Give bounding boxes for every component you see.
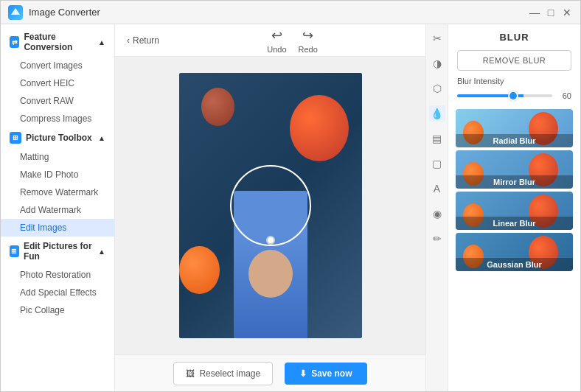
undo-button[interactable]: ↩ Undo	[267, 27, 286, 54]
window-title: Image Converter	[29, 7, 100, 18]
linear-blur-label: Linear Blur	[456, 217, 573, 230]
sidebar-item-convert-raw[interactable]: Convert RAW	[1, 92, 114, 110]
redo-label: Redo	[299, 45, 318, 54]
redo-button[interactable]: ↪ Redo	[299, 27, 318, 54]
image-icon[interactable]: ▤	[429, 130, 445, 147]
brush-icon[interactable]: ✏	[429, 231, 445, 247]
reselect-label: Reselect image	[199, 368, 260, 379]
undo-icon: ↩	[271, 27, 282, 43]
sidebar-item-edit-images[interactable]: Edit Images	[1, 219, 114, 237]
sidebar-item-convert-images[interactable]: Convert Images	[1, 57, 114, 74]
app-icon	[8, 5, 23, 20]
edit-pictures-label: Edit Pictures for Fun	[24, 241, 94, 262]
content-area: ‹ Return ↩ Undo ↪ Redo	[115, 24, 425, 391]
person-silhouette	[234, 191, 307, 338]
titlebar-left: Image Converter	[8, 5, 100, 20]
svg-marker-0	[11, 8, 20, 15]
blur-intensity-value: 60	[557, 91, 571, 100]
toolbar: ‹ Return ↩ Undo ↪ Redo	[115, 24, 425, 57]
titlebar: Image Converter ― □ ✕	[1, 1, 580, 24]
sidebar: ⇄ Feature Conversion ▲ Convert Images Co…	[1, 24, 115, 391]
save-button[interactable]: ⬇ Save now	[285, 363, 366, 385]
blur-intensity-slider[interactable]	[457, 94, 552, 97]
gaussian-blur-label: Gaussian Blur	[456, 258, 573, 271]
sidebar-item-convert-heic[interactable]: Convert HEIC	[1, 74, 114, 92]
save-label: Save now	[311, 368, 352, 379]
panel-title: BLUR	[448, 24, 580, 47]
feature-conversion-chevron: ▲	[98, 38, 105, 46]
mirror-blur-label: Mirror Blur	[456, 175, 573, 189]
balloon-2	[179, 246, 220, 294]
feature-conversion-icon: ⇄	[10, 36, 19, 48]
save-icon: ⬇	[299, 368, 307, 379]
return-label: Return	[133, 35, 159, 46]
blur-intensity-label: Blur Intensity	[457, 77, 504, 85]
sidebar-item-add-special-effects[interactable]: Add Special Effects	[1, 284, 114, 301]
balloon-3	[201, 88, 234, 126]
sidebar-section-picture-toolbox[interactable]: ⊞ Picture Toolbox ▲	[1, 127, 114, 148]
radial-blur-label: Radial Blur	[456, 134, 573, 147]
mirror-blur-option[interactable]: Mirror Blur	[456, 150, 573, 189]
gaussian-blur-option[interactable]: Gaussian Blur	[456, 233, 573, 271]
right-toolbar: ✂ ◑ ⬡ 💧 ▤ ▢ A ◉ ✏	[425, 24, 448, 391]
window-controls: ― □ ✕	[529, 7, 573, 18]
undo-redo-group: ↩ Undo ↪ Redo	[267, 27, 318, 54]
sidebar-item-matting[interactable]: Matting	[1, 148, 114, 166]
main-layout: ⇄ Feature Conversion ▲ Convert Images Co…	[1, 24, 580, 391]
water-drop-icon[interactable]: 💧	[429, 105, 445, 122]
main-window: Image Converter ― □ ✕ ⇄ Feature Conversi…	[0, 0, 581, 392]
sidebar-section-edit-pictures[interactable]: ⊞ Edit Pictures for Fun ▲	[1, 237, 114, 266]
crop-icon[interactable]: ✂	[429, 30, 445, 46]
edit-pictures-chevron: ▲	[98, 248, 105, 256]
balloon-1	[290, 95, 349, 161]
canvas-area	[115, 57, 425, 354]
remove-blur-button[interactable]: REMOVE BLUR	[457, 50, 571, 71]
linear-blur-option[interactable]: Linear Blur	[456, 192, 573, 230]
blur-slider-row: 60	[448, 91, 580, 106]
return-arrow-icon: ‹	[127, 35, 130, 46]
return-button[interactable]: ‹ Return	[127, 35, 159, 46]
sidebar-item-compress-images[interactable]: Compress Images	[1, 110, 114, 127]
edit-pictures-icon: ⊞	[10, 245, 19, 257]
picture-toolbox-icon: ⊞	[10, 132, 21, 144]
undo-label: Undo	[267, 45, 286, 54]
bottom-bar: 🖼 Reselect image ⬇ Save now	[115, 354, 425, 391]
sidebar-item-make-id-photo[interactable]: Make ID Photo	[1, 166, 114, 183]
color-circle-icon[interactable]: ◑	[429, 55, 445, 71]
reselect-icon: 🖼	[186, 368, 195, 379]
square-icon[interactable]: ▢	[429, 155, 445, 172]
sidebar-item-remove-watermark[interactable]: Remove Watermark	[1, 183, 114, 201]
close-button[interactable]: ✕	[561, 7, 573, 18]
redo-icon: ↪	[302, 27, 313, 43]
picture-toolbox-chevron: ▲	[98, 134, 105, 142]
nodes-icon[interactable]: ⬡	[429, 80, 445, 97]
stamp-icon[interactable]: ◉	[429, 206, 445, 222]
minimize-button[interactable]: ―	[529, 7, 540, 18]
radial-blur-option[interactable]: Radial Blur	[456, 109, 573, 147]
reselect-button[interactable]: 🖼 Reselect image	[173, 362, 273, 385]
text-icon[interactable]: A	[429, 181, 445, 197]
person-head	[248, 250, 293, 298]
maximize-button[interactable]: □	[545, 7, 557, 18]
sidebar-item-pic-collage[interactable]: Pic Collage	[1, 301, 114, 319]
image-preview	[179, 73, 362, 338]
sidebar-section-feature-conversion[interactable]: ⇄ Feature Conversion ▲	[1, 27, 114, 57]
picture-toolbox-label: Picture Toolbox	[26, 133, 92, 143]
sidebar-item-add-watermark[interactable]: Add Watermark	[1, 201, 114, 219]
feature-conversion-label: Feature Conversion	[24, 32, 94, 52]
image-container	[179, 73, 362, 338]
blur-options-list: Radial Blur Mirror Blur Line	[448, 106, 580, 274]
sidebar-item-photo-restoration[interactable]: Photo Restoration	[1, 266, 114, 284]
blur-intensity-row: Blur Intensity	[448, 77, 580, 91]
right-panel: BLUR REMOVE BLUR Blur Intensity 60 Radia…	[448, 24, 580, 391]
